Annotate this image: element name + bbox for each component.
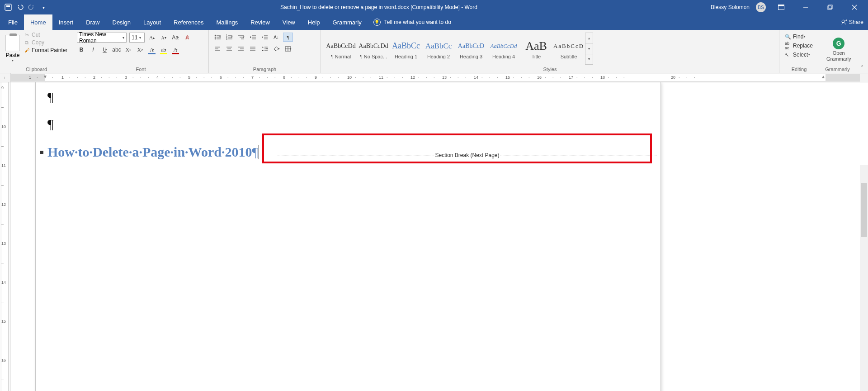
- multilevel-list-button[interactable]: ▾: [236, 33, 246, 42]
- select-button[interactable]: ↖Select ▾: [785, 52, 813, 58]
- menu-tab-help[interactable]: Help: [302, 14, 326, 30]
- bold-button[interactable]: B: [77, 45, 86, 54]
- paste-button[interactable]: Paste ▾: [3, 31, 23, 67]
- open-grammarly-button[interactable]: G OpenGrammarly: [822, 31, 855, 67]
- grow-font-button[interactable]: A▴: [147, 33, 156, 42]
- collapse-ribbon-button[interactable]: ˄: [856, 30, 868, 73]
- replace-label: Replace: [793, 43, 813, 49]
- sort-button[interactable]: A↓: [271, 33, 281, 42]
- ruler-tick-dot: ·: [227, 75, 229, 80]
- line-spacing-button[interactable]: ▾: [259, 44, 269, 53]
- align-center-button[interactable]: [224, 44, 234, 53]
- style-heading-1[interactable]: AaBbCcHeading 1: [390, 33, 422, 65]
- vertical-scrollbar[interactable]: [860, 165, 868, 391]
- clear-formatting-button[interactable]: A̷: [183, 33, 192, 42]
- vruler-tick: –: [1, 222, 4, 226]
- menu-tab-draw[interactable]: Draw: [80, 14, 106, 30]
- font-name-combo[interactable]: Times New Roman▾: [77, 33, 127, 43]
- style-preview: AaBbCcDd: [326, 38, 355, 54]
- style-preview: AaBbCcDd: [490, 38, 517, 54]
- style-heading-3[interactable]: AaBbCcDHeading 3: [455, 33, 487, 65]
- ribbon-display-icon[interactable]: [772, 0, 790, 14]
- menu-tab-home[interactable]: Home: [24, 14, 52, 30]
- shrink-font-button[interactable]: A▾: [159, 33, 168, 42]
- paste-dropdown-icon[interactable]: ▾: [12, 58, 14, 62]
- align-right-button[interactable]: [236, 44, 246, 53]
- style-subtitle[interactable]: AaBbCcDSubtitle: [552, 33, 585, 65]
- ruler-tick-dot: ·: [402, 75, 403, 80]
- borders-button[interactable]: ▾: [283, 44, 293, 53]
- highlight-button[interactable]: ab▾: [159, 45, 168, 54]
- ruler-tick-dot: ·: [552, 75, 554, 80]
- underline-button[interactable]: U▾: [100, 45, 109, 54]
- menu-tab-mailings[interactable]: Mailings: [210, 14, 245, 30]
- strikethrough-button[interactable]: abc: [112, 45, 121, 54]
- tab-selector[interactable]: ∟: [0, 73, 11, 82]
- scroll-down-icon[interactable]: ▾: [585, 43, 593, 54]
- style--normal[interactable]: AaBbCcDd¶ Normal: [325, 33, 357, 65]
- justify-button[interactable]: [248, 44, 258, 53]
- menu-tab-references[interactable]: References: [167, 14, 210, 30]
- align-left-button[interactable]: [212, 44, 222, 53]
- ruler-right-indent-marker[interactable]: ▴: [822, 73, 825, 80]
- ruler-tick-dot: ·: [291, 75, 292, 80]
- redo-icon[interactable]: [28, 4, 35, 11]
- subscript-button[interactable]: X2: [124, 45, 133, 54]
- menu-tab-grammarly[interactable]: Grammarly: [326, 14, 368, 30]
- style-heading-4[interactable]: AaBbCcDdHeading 4: [487, 33, 520, 65]
- menu-tab-insert[interactable]: Insert: [52, 14, 80, 30]
- bullets-button[interactable]: ▾: [212, 33, 222, 42]
- user-avatar[interactable]: BS: [756, 2, 766, 12]
- heading-collapse-icon[interactable]: [40, 151, 43, 154]
- increase-indent-button[interactable]: [259, 33, 269, 42]
- italic-button[interactable]: I: [89, 45, 98, 54]
- style--no-spac-[interactable]: AaBbCcDd¶ No Spac...: [357, 33, 390, 65]
- style-name: ¶ Normal: [331, 54, 351, 59]
- ruler-number: 1: [29, 75, 31, 80]
- menu-tab-file[interactable]: File: [2, 14, 24, 30]
- ruler-tick-dot: ·: [394, 75, 396, 80]
- autosave-icon[interactable]: [5, 4, 12, 11]
- superscript-button[interactable]: X2: [136, 45, 145, 54]
- minimize-button[interactable]: [797, 0, 815, 14]
- vertical-ruler[interactable]: 9–10–11–12–13–14–15–16–: [2, 82, 9, 391]
- decrease-indent-button[interactable]: [248, 33, 258, 42]
- share-button[interactable]: Share: [841, 19, 863, 25]
- copy-button[interactable]: ⧉Copy: [24, 39, 67, 46]
- replace-button[interactable]: abacReplace: [785, 41, 813, 50]
- menu-tab-layout[interactable]: Layout: [137, 14, 167, 30]
- ruler-tick-dot: ·: [528, 75, 530, 80]
- change-case-button[interactable]: Aa▾: [171, 33, 180, 42]
- menu-tab-review[interactable]: Review: [244, 14, 276, 30]
- cut-button[interactable]: ✂Cut: [24, 32, 67, 38]
- find-button[interactable]: 🔍Find ▾: [785, 33, 813, 40]
- close-button[interactable]: [845, 0, 863, 14]
- style-title[interactable]: AaBTitle: [520, 33, 552, 65]
- font-size-combo[interactable]: 11▾: [129, 33, 145, 43]
- text-effects-button[interactable]: A▾: [147, 45, 156, 54]
- expand-gallery-icon[interactable]: ▾: [585, 54, 593, 64]
- page-viewport[interactable]: ¶ ¶ How·to·Delete·a·Page·in·Word·2010¶ S…: [11, 82, 868, 391]
- horizontal-ruler[interactable]: ▾▴ ▴ 1···1···2···3···4···5···6···7···8··…: [11, 74, 860, 81]
- menu-tab-design[interactable]: Design: [106, 14, 137, 30]
- font-color-button[interactable]: A▾: [171, 45, 180, 54]
- maximize-button[interactable]: [821, 0, 839, 14]
- user-name[interactable]: Blessy Solomon: [711, 4, 750, 10]
- qat-customize-icon[interactable]: ▾: [40, 4, 47, 11]
- vruler-number: 16: [1, 358, 6, 362]
- show-hide-button[interactable]: ¶: [283, 33, 293, 42]
- numbering-button[interactable]: 123▾: [224, 33, 234, 42]
- empty-paragraph[interactable]: ¶: [47, 117, 651, 131]
- empty-paragraph[interactable]: ¶: [47, 90, 651, 104]
- shading-button[interactable]: ▾: [271, 44, 281, 53]
- scroll-up-icon[interactable]: ▴: [585, 33, 593, 43]
- menu-tab-view[interactable]: View: [276, 14, 302, 30]
- format-painter-button[interactable]: 🖌Format Painter: [24, 47, 67, 53]
- scrollbar-thumb[interactable]: [861, 183, 867, 237]
- styles-gallery-more[interactable]: ▴▾▾: [585, 33, 593, 65]
- ruler-tick-dot: ·: [426, 75, 427, 80]
- undo-icon[interactable]: [16, 4, 24, 11]
- style-heading-2[interactable]: AaBbCcHeading 2: [422, 33, 455, 65]
- tell-me-search[interactable]: 💡 Tell me what you want to do: [373, 19, 451, 26]
- document-page[interactable]: ¶ ¶ How·to·Delete·a·Page·in·Word·2010¶ S…: [35, 82, 661, 391]
